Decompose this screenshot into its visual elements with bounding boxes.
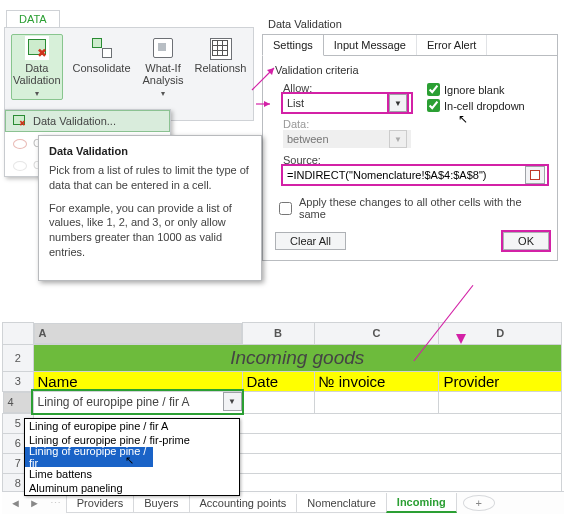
dialog-settings-pane: Validation criteria Allow: List ▼ Ignore… [262,56,558,261]
row-header-2[interactable]: 2 [3,344,34,371]
dropdown-option[interactable]: Aluminum paneling [25,481,239,495]
what-if-label: What-If Analysis ▾ [143,62,184,98]
col-header-B[interactable]: B [242,323,314,345]
tooltip-p1: Pick from a list of rules to limit the t… [49,163,251,193]
clear-circles-icon [11,157,27,173]
cell-A4-value: Lining of europipe pine / fir A [38,395,190,409]
data-validation-icon [25,36,49,60]
relationships-icon [208,36,232,60]
data-validation-small-icon [11,113,27,129]
tab-nav-next[interactable]: ► [25,497,44,509]
data-validation-dialog: Data Validation Settings Input Message E… [262,16,558,261]
tab-nav-prev[interactable]: ◄ [6,497,25,509]
tooltip-data-validation: Data Validation Pick from a list of rule… [38,135,262,281]
tab-settings[interactable]: Settings [262,34,324,56]
tab-error-alert[interactable]: Error Alert [417,35,488,55]
chevron-down-icon[interactable]: ▼ [389,94,407,112]
incell-dropdown-checkbox[interactable]: In-cell dropdown [427,99,525,112]
relationships-button[interactable]: Relationsh [193,34,247,76]
apply-same-label: Apply these changes to all other cells w… [299,196,549,220]
new-sheet-button[interactable]: + [463,495,495,511]
cell-B4[interactable] [242,391,314,413]
allow-select[interactable]: List ▼ [283,94,411,112]
circle-invalid-icon [11,135,27,151]
source-label: Source: [283,154,549,166]
data-validation-label: Data Validation ▾ [13,62,61,98]
tooltip-p2: For example, you can provide a list of v… [49,201,251,260]
cursor-icon: ↖ [458,112,468,126]
row-header-3[interactable]: 3 [3,371,34,391]
cell-A4[interactable]: Lining of europipe pine / fir A ▼ [33,391,242,413]
header-name[interactable]: Name [33,371,242,391]
group-title: Validation criteria [275,64,549,76]
allow-label: Allow: [283,82,411,94]
source-value: =INDIRECT("Nomenclature!$A$4:$A$8") [285,169,523,181]
ignore-blank-checkbox[interactable]: Ignore blank [427,83,525,96]
select-all-corner[interactable] [3,323,34,345]
ok-button[interactable]: OK [503,232,549,250]
col-header-A[interactable]: A [34,323,242,344]
dropdown-option[interactable]: Lime battens [25,467,239,481]
cell-D4[interactable] [439,391,562,413]
dialog-tabs: Settings Input Message Error Alert [262,34,558,56]
consolidate-icon [90,36,114,60]
sheet-tab-nomenclature[interactable]: Nomenclature [296,494,386,513]
col-header-D[interactable]: D [439,323,562,345]
data-value: between [287,133,329,145]
dropdown-option[interactable]: Lining of europipe pine / fir A [25,419,239,433]
ribbon-tab-data[interactable]: DATA [6,10,60,27]
col-header-C[interactable]: C [314,323,439,345]
data-select: between ▼ [283,130,411,148]
clear-all-button[interactable]: Clear All [275,232,346,250]
consolidate-button[interactable]: Consolidate [71,34,133,76]
cell-dropdown-button[interactable]: ▼ [223,392,242,411]
tooltip-title: Data Validation [49,144,251,159]
allow-value: List [287,97,304,109]
sheet-tab-incoming[interactable]: Incoming [386,493,457,513]
chevron-down-icon: ▼ [389,130,407,148]
header-invoice[interactable]: № invoice [314,371,439,391]
source-input[interactable]: =INDIRECT("Nomenclature!$A$4:$A$8") [283,166,547,184]
cell-C4[interactable] [314,391,439,413]
header-date[interactable]: Date [242,371,314,391]
sheet-tab-providers[interactable]: Providers [66,494,134,513]
sheet-tab-accounting[interactable]: Accounting points [189,494,298,513]
consolidate-label: Consolidate [72,62,130,74]
what-if-icon [151,36,175,60]
data-label: Data: [283,118,549,130]
ribbon: DATA Data Validation ▾ Consolidate What-… [4,10,254,121]
data-validation-button[interactable]: Data Validation ▾ [11,34,63,100]
title-cell[interactable]: Incoming goods [33,344,562,371]
cursor-icon: ↖ [125,454,134,467]
relationships-label: Relationsh [194,62,246,74]
what-if-button[interactable]: What-If Analysis ▾ [141,34,186,100]
tab-input-message[interactable]: Input Message [324,35,417,55]
range-picker-icon[interactable] [525,166,545,184]
apply-same-checkbox[interactable] [279,202,292,215]
row-header-4[interactable]: 4 [3,392,33,413]
menu-item-data-validation[interactable]: Data Validation... [5,110,170,132]
ribbon-group-data-tools: Data Validation ▾ Consolidate What-If An… [4,27,254,121]
dialog-title: Data Validation [262,16,558,34]
sheet-tab-buyers[interactable]: Buyers [133,494,189,513]
header-provider[interactable]: Provider [439,371,562,391]
